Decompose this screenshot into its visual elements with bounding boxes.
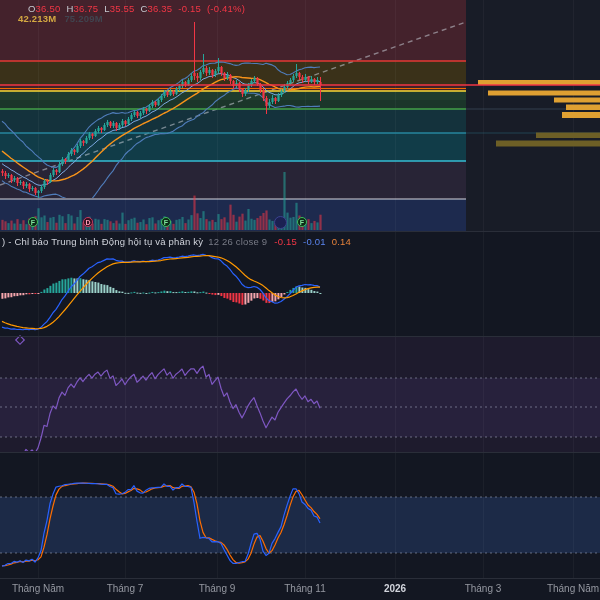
time-label[interactable]: Tháng 7 (90, 583, 160, 594)
time-label[interactable]: 2026 (360, 583, 430, 594)
macd-hist-value: -0.15 (274, 236, 297, 247)
chart-canvas[interactable] (0, 0, 600, 600)
macd-title: ) - Chỉ báo Trung bình Động hội tụ và ph… (2, 236, 203, 247)
event-badge-cluster[interactable] (274, 216, 287, 229)
low-label: L (104, 3, 109, 14)
low-value: 35.55 (110, 3, 135, 14)
close-value: 36.35 (148, 3, 173, 14)
event-badge-f3[interactable]: F (297, 217, 307, 227)
volume-current-value: 42.213M (18, 13, 56, 24)
event-badge-f2[interactable]: F (161, 217, 171, 227)
time-label[interactable]: Tháng Năm (3, 583, 73, 594)
time-label[interactable]: Tháng Năm (538, 583, 600, 594)
macd-line-value: -0.01 (303, 236, 326, 247)
volume-legend[interactable]: 42.213M75.209M (18, 13, 103, 24)
time-label[interactable]: Tháng 3 (448, 583, 518, 594)
macd-legend[interactable]: ) - Chỉ báo Trung bình Động hội tụ và ph… (2, 236, 351, 247)
macd-signal-value: 0.14 (332, 236, 351, 247)
volume-average-value: 75.209M (64, 13, 102, 24)
change-value: -0.15 (178, 3, 201, 14)
macd-params: 12 26 close 9 (208, 236, 267, 247)
time-label[interactable]: Tháng 11 (270, 583, 340, 594)
time-label[interactable]: Tháng 9 (182, 583, 252, 594)
change-pct-value: (-0.41%) (207, 3, 245, 14)
close-label: C (140, 3, 147, 14)
trading-chart-app: O36.50H36.75L35.55C36.35-0.15(-0.41%) 42… (0, 0, 600, 600)
event-badge-d[interactable]: D (83, 217, 93, 227)
event-badge-f1[interactable]: F (28, 217, 38, 227)
